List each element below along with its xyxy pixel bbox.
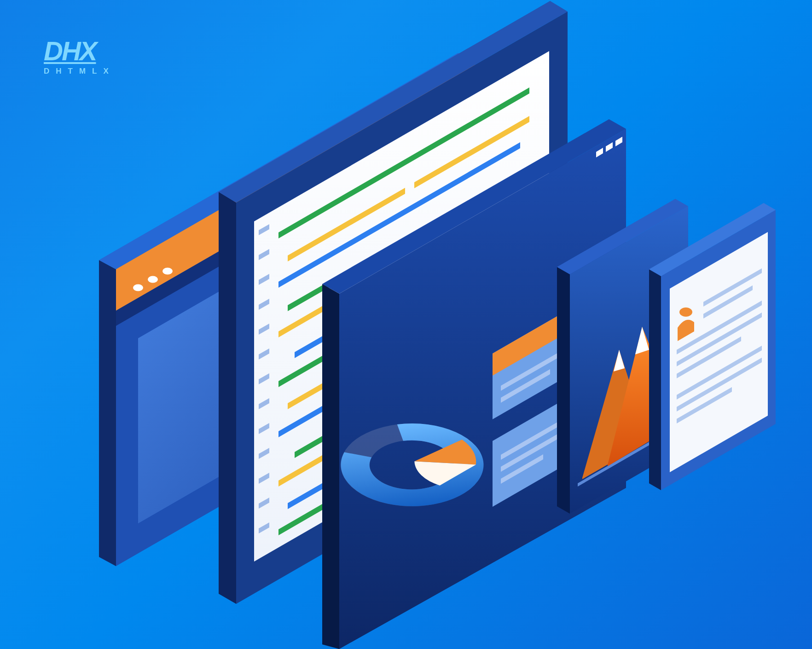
svg-point-69	[679, 307, 692, 317]
svg-point-9	[148, 276, 158, 283]
svg-marker-11	[219, 192, 236, 604]
svg-point-10	[162, 268, 173, 275]
hero-illustration: DHX DHTMLX	[0, 0, 812, 649]
svg-marker-57	[557, 267, 570, 514]
svg-point-8	[133, 284, 143, 291]
svg-marker-43	[322, 284, 339, 649]
svg-marker-65	[649, 269, 661, 490]
layered-panels-illustration	[0, 0, 812, 649]
svg-marker-0	[99, 260, 116, 566]
